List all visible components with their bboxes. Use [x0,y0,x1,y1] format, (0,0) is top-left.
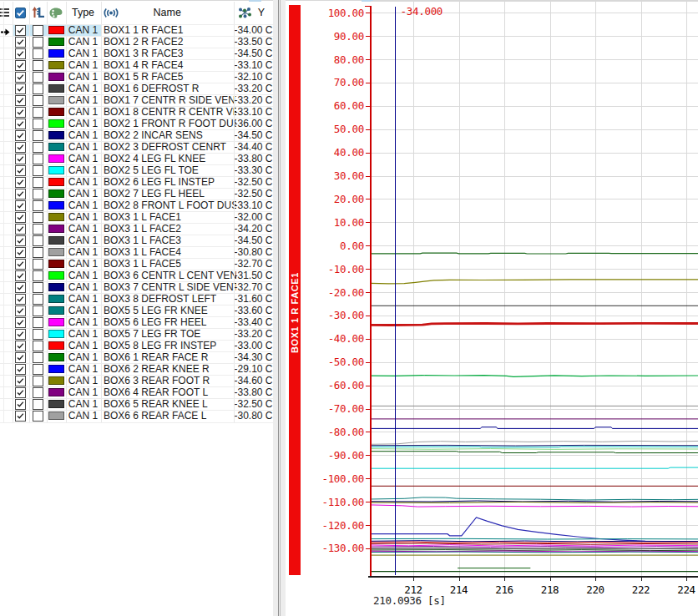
y-tick-label: -90.00 [328,449,364,462]
y-tick-label: 100.00 [328,7,364,19]
signal-trace [370,441,698,444]
signal-trace [370,552,698,553]
signal-trace [370,452,698,453]
signal-trace [370,550,698,551]
chart-plot-area: 100.0090.0080.0070.0060.0050.0040.0030.0… [0,0,698,616]
signal-trace [370,447,698,447]
y-tick-label: 0.00 [340,240,364,252]
graphics-window: TypeNameYCAN 1BOX1 1 R FACE1-34.00 CCAN … [0,0,698,616]
y-tick-label: -60.00 [328,379,364,391]
signal-trace [370,427,698,429]
y-tick-label: -110.00 [321,496,364,508]
y-tick-label: 80.00 [334,53,364,66]
y-tick-label: 50.00 [334,123,364,135]
signal-trace [370,445,698,446]
y-tick-label: -50.00 [328,356,364,368]
signal-trace [370,467,698,468]
y-tick-label: 20.00 [334,193,364,205]
signal-trace [370,497,698,500]
signal-trace [370,551,698,552]
x-tick-label: 218 [541,583,559,596]
y-tick-label: -30.00 [328,309,364,321]
x-tick-label: 216 [495,583,513,596]
x-tick-label: 214 [450,583,468,596]
y-tick-label: 10.00 [334,216,364,229]
signal-trace [370,542,698,543]
y-tick-label: -100.00 [321,472,364,485]
signal-trace [370,545,698,546]
signal-trace [370,518,698,542]
signal-trace [370,505,698,507]
y-tick-label: 40.00 [334,146,364,159]
signal-trace [370,253,698,254]
x-tick-label: 222 [632,583,650,596]
signal-trace [370,376,698,377]
x-tick-label: 220 [586,583,604,596]
signal-trace [370,538,698,539]
y-tick-label: -80.00 [328,426,364,438]
y-tick-label: -40.00 [328,332,364,345]
y-tick-label: -70.00 [328,402,364,415]
y-tick-label: -20.00 [328,286,364,299]
y-tick-label: -120.00 [321,519,364,532]
signal-trace [370,547,698,548]
signal-trace [370,280,698,284]
x-tick-label: 224 [677,583,695,596]
signal-trace [370,449,698,450]
signal-trace [370,501,698,502]
y-tick-label: 70.00 [334,76,364,88]
cursor-value-label: -34.000 [401,5,443,18]
signal-trace [370,323,698,325]
y-tick-label: 30.00 [334,169,364,182]
y-tick-label: 90.00 [334,30,364,43]
y-tick-label: -10.00 [328,263,364,275]
y-tick-label: 60.00 [334,99,364,112]
y-tick-label: -130.00 [321,542,364,554]
signal-trace [370,543,698,544]
cursor-time-label: 210.0936 [s] [373,594,446,607]
